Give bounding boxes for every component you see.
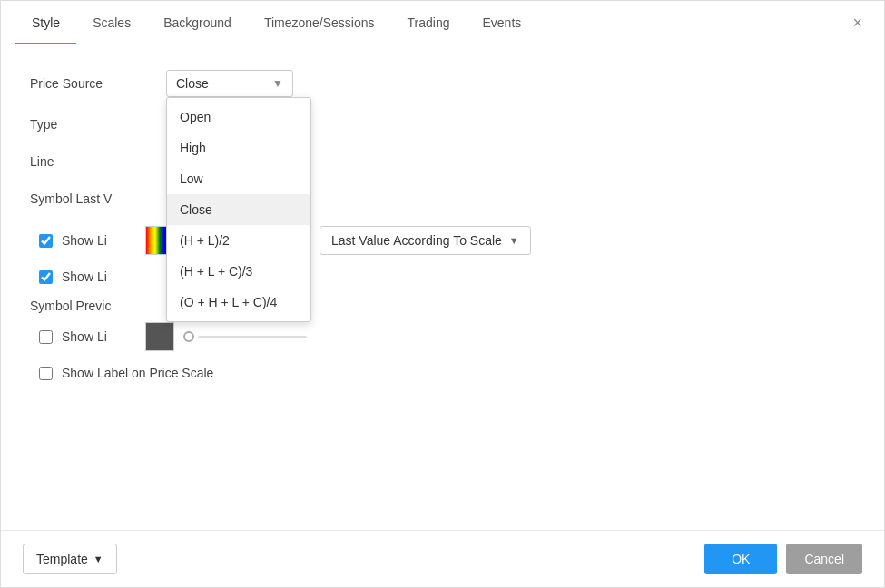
slider-2 xyxy=(183,331,307,342)
price-source-select[interactable]: Close ▼ xyxy=(166,70,293,97)
show-line-label-1: Show Li xyxy=(62,233,134,248)
template-button[interactable]: Template ▼ xyxy=(23,544,117,574)
symbol-last-value-label-row: Symbol Last V xyxy=(30,191,855,206)
last-value-button[interactable]: Last Value According To Scale ▼ xyxy=(320,226,531,255)
footer-actions: OK Cancel xyxy=(704,544,862,574)
type-label: Type xyxy=(30,117,166,132)
chevron-down-icon-2: ▼ xyxy=(509,235,519,246)
show-line-row-3: Show Li xyxy=(30,322,855,351)
price-source-value: Close xyxy=(176,76,209,91)
symbol-preview-label: Symbol Previc xyxy=(30,299,166,313)
line-row: Line xyxy=(30,152,855,172)
slider-handle-2[interactable] xyxy=(183,331,194,342)
show-line-row-1: Show Li Last Value According To Scale ▼ xyxy=(30,226,855,255)
symbol-last-value-label: Symbol Last V xyxy=(30,191,166,206)
color-swatch-2[interactable] xyxy=(145,322,174,351)
show-line-checkbox-1[interactable] xyxy=(39,234,53,248)
price-source-select-wrapper: Close ▼ Open High Low Close (H + L)/2 (H… xyxy=(166,70,293,97)
show-line-label-3: Show Li xyxy=(62,329,134,344)
content-area: Price Source Close ▼ Open High Low Close… xyxy=(1,44,884,530)
dropdown-item-hl2[interactable]: (H + L)/2 xyxy=(167,225,310,256)
tab-timezone[interactable]: Timezone/Sessions xyxy=(248,1,391,44)
dropdown-item-close[interactable]: Close xyxy=(167,194,310,225)
show-line-row-2: Show Li xyxy=(30,270,855,284)
tab-background[interactable]: Background xyxy=(147,1,248,44)
ok-button[interactable]: OK xyxy=(704,544,777,574)
tab-bar: Style Scales Background Timezone/Session… xyxy=(1,1,884,44)
cancel-button[interactable]: Cancel xyxy=(786,544,862,574)
tab-trading[interactable]: Trading xyxy=(391,1,467,44)
close-button[interactable]: × xyxy=(845,7,870,38)
show-label-row: Show Label on Price Scale xyxy=(30,366,855,380)
show-line-label-2: Show Li xyxy=(62,270,134,284)
type-row: Type xyxy=(30,117,855,132)
tab-scales[interactable]: Scales xyxy=(76,1,147,44)
dialog: Style Scales Background Timezone/Session… xyxy=(0,0,885,588)
template-label: Template xyxy=(36,552,88,566)
show-label-checkbox[interactable] xyxy=(39,367,53,380)
show-line-checkbox-3[interactable] xyxy=(39,330,53,344)
tab-style[interactable]: Style xyxy=(15,1,76,44)
price-source-row: Price Source Close ▼ Open High Low Close… xyxy=(30,70,855,97)
dropdown-item-hlc3[interactable]: (H + L + C)/3 xyxy=(167,256,310,287)
show-line-checkbox-2[interactable] xyxy=(39,270,53,284)
price-source-label: Price Source xyxy=(30,76,166,91)
price-source-dropdown: Open High Low Close (H + L)/2 (H + L + C… xyxy=(166,97,311,322)
footer: Template ▼ OK Cancel xyxy=(1,530,884,587)
last-value-label: Last Value According To Scale xyxy=(331,233,502,248)
line-label: Line xyxy=(30,154,166,169)
show-label-text: Show Label on Price Scale xyxy=(62,366,213,380)
slider-track-2[interactable] xyxy=(198,336,307,338)
chevron-down-icon: ▼ xyxy=(272,77,283,90)
dropdown-item-open[interactable]: Open xyxy=(167,102,310,132)
dropdown-item-high[interactable]: High xyxy=(167,132,310,163)
symbol-preview-row: Symbol Previc on Intraday Charts xyxy=(30,299,855,313)
dropdown-item-low[interactable]: Low xyxy=(167,163,310,194)
tab-events[interactable]: Events xyxy=(466,1,537,44)
dropdown-item-ohlc4[interactable]: (O + H + L + C)/4 xyxy=(167,287,310,318)
chevron-down-icon-3: ▼ xyxy=(93,554,103,564)
